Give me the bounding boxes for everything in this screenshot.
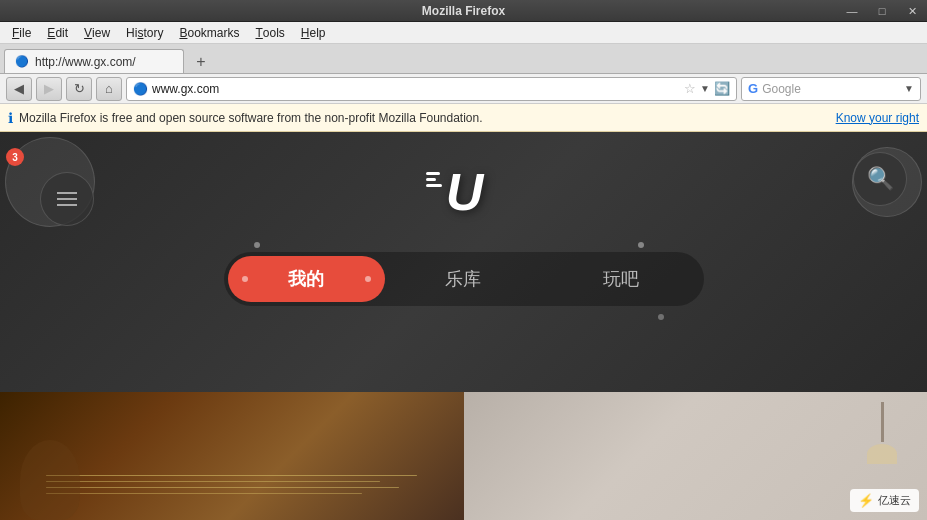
reload-button[interactable]: ↻ bbox=[66, 77, 92, 101]
infobar-message: Mozilla Firefox is free and open source … bbox=[19, 111, 483, 125]
guitar-string-1 bbox=[46, 475, 417, 476]
logo-letter: U bbox=[446, 163, 482, 221]
logo-speed-lines bbox=[426, 172, 442, 187]
lamp-shade bbox=[867, 444, 897, 464]
dropdown-icon[interactable]: ▼ bbox=[700, 83, 710, 94]
tab-favicon: 🔵 bbox=[15, 55, 29, 68]
lamp-visual bbox=[867, 402, 897, 462]
know-your-rights-text[interactable]: Know your right bbox=[836, 111, 919, 125]
yisunyun-icon: ⚡ bbox=[858, 493, 874, 508]
menu-file[interactable]: File bbox=[4, 22, 39, 43]
hamburger-line-1 bbox=[57, 192, 77, 194]
hamburger-line-2 bbox=[57, 198, 77, 200]
address-text: www.gx.com bbox=[152, 82, 680, 96]
close-button[interactable]: ✕ bbox=[897, 0, 927, 22]
guitar-strings-group bbox=[46, 475, 417, 494]
browser-title: Mozilla Firefox bbox=[422, 4, 505, 18]
guitar-string-2 bbox=[46, 481, 380, 482]
site-tab-play[interactable]: 玩吧 bbox=[542, 256, 699, 302]
titlebar: Mozilla Firefox — □ ✕ bbox=[0, 0, 927, 22]
menu-tools[interactable]: Tools bbox=[247, 22, 292, 43]
search-dropdown-icon[interactable]: ▼ bbox=[904, 83, 914, 94]
image-left-guitar bbox=[0, 392, 464, 520]
infobar-message-area: ℹ Mozilla Firefox is free and open sourc… bbox=[8, 110, 483, 126]
new-tab-button[interactable]: + bbox=[188, 51, 214, 73]
hamburger-line-3 bbox=[57, 204, 77, 206]
search-magnifier-icon: 🔍 bbox=[867, 166, 894, 192]
home-button[interactable]: ⌂ bbox=[96, 77, 122, 101]
browser-tab[interactable]: 🔵 http://www.gx.com/ bbox=[4, 49, 184, 73]
tab-mine-label: 我的 bbox=[288, 267, 324, 291]
hamburger-icon bbox=[57, 192, 77, 206]
window-controls[interactable]: — □ ✕ bbox=[837, 0, 927, 22]
menubar: File Edit View History Bookmarks Tools H… bbox=[0, 22, 927, 44]
search-button-wrapper[interactable]: 🔍 bbox=[853, 152, 907, 206]
guitar-string-3 bbox=[46, 487, 398, 488]
site-image-section: ⚡ 亿速云 bbox=[0, 392, 927, 520]
infobar: ℹ Mozilla Firefox is free and open sourc… bbox=[0, 104, 927, 132]
deco-dot-3 bbox=[658, 314, 664, 320]
site-header: 3 U 我的 乐库 bbox=[0, 132, 927, 392]
tab-play-label: 玩吧 bbox=[603, 267, 639, 291]
search-placeholder: Google bbox=[762, 82, 900, 96]
google-icon: G bbox=[748, 81, 758, 96]
speed-line-2 bbox=[426, 178, 436, 181]
menu-view[interactable]: View bbox=[76, 22, 118, 43]
tabbar: 🔵 http://www.gx.com/ + bbox=[0, 44, 927, 74]
site-tab-mine[interactable]: 我的 bbox=[228, 256, 385, 302]
maximize-button[interactable]: □ bbox=[867, 0, 897, 22]
info-icon: ℹ bbox=[8, 110, 13, 126]
back-button[interactable]: ◀ bbox=[6, 77, 32, 101]
reload-icon[interactable]: 🔄 bbox=[714, 81, 730, 96]
navbar: ◀ ▶ ↻ ⌂ 🔵 www.gx.com ☆ ▼ 🔄 G Google ▼ bbox=[0, 74, 927, 104]
menu-history[interactable]: History bbox=[118, 22, 171, 43]
website-content: 3 U 我的 乐库 bbox=[0, 132, 927, 520]
know-your-rights-link[interactable]: Know your right bbox=[836, 111, 919, 125]
speed-line-3 bbox=[426, 184, 442, 187]
guitar-background bbox=[0, 392, 464, 520]
site-tab-library[interactable]: 乐库 bbox=[385, 256, 542, 302]
forward-button[interactable]: ▶ bbox=[36, 77, 62, 101]
dot-right bbox=[365, 276, 371, 282]
lamp-pole bbox=[881, 402, 884, 442]
dot-left bbox=[242, 276, 248, 282]
menu-button[interactable] bbox=[40, 172, 94, 226]
address-bar[interactable]: 🔵 www.gx.com ☆ ▼ 🔄 bbox=[126, 77, 737, 101]
speed-line-1 bbox=[426, 172, 440, 175]
yisunyun-badge: ⚡ 亿速云 bbox=[850, 489, 919, 512]
menu-bookmarks[interactable]: Bookmarks bbox=[171, 22, 247, 43]
search-button[interactable]: 🔍 bbox=[853, 152, 907, 206]
menu-help[interactable]: Help bbox=[293, 22, 334, 43]
site-tab-nav: 我的 乐库 玩吧 bbox=[224, 252, 704, 306]
bookmark-icon[interactable]: ☆ bbox=[684, 81, 696, 96]
menu-edit[interactable]: Edit bbox=[39, 22, 76, 43]
yisunyun-label: 亿速云 bbox=[878, 493, 911, 508]
search-bar[interactable]: G Google ▼ bbox=[741, 77, 921, 101]
guitar-string-4 bbox=[46, 493, 361, 494]
tab-library-label: 乐库 bbox=[445, 267, 481, 291]
minimize-button[interactable]: — bbox=[837, 0, 867, 22]
guitar-body bbox=[20, 440, 80, 520]
notification-badge: 3 bbox=[6, 148, 24, 166]
site-logo: U bbox=[446, 162, 482, 222]
globe-icon: 🔵 bbox=[133, 82, 148, 96]
tab-url: http://www.gx.com/ bbox=[35, 55, 136, 69]
deco-dot-2 bbox=[638, 242, 644, 248]
deco-dot-1 bbox=[254, 242, 260, 248]
